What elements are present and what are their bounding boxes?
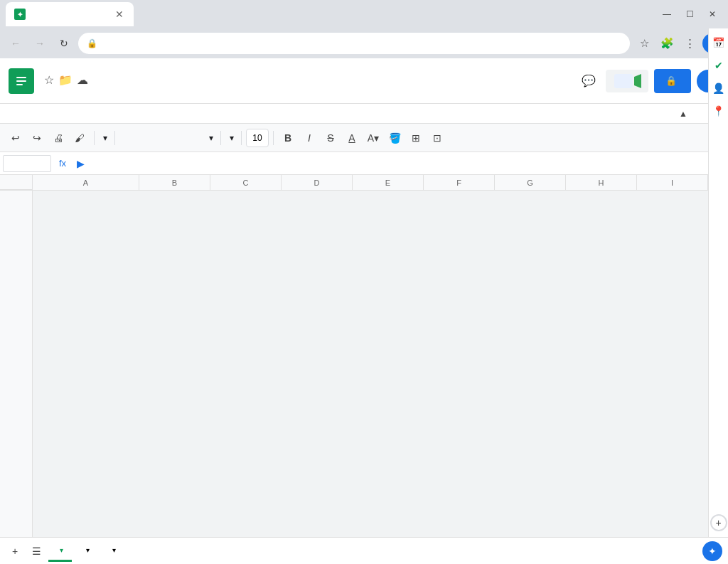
col-header-c[interactable]: C (210, 175, 282, 190)
svg-rect-3 (16, 84, 23, 85)
sidebar-tasks-icon[interactable]: ✔ (710, 57, 727, 74)
header-actions: 💬 🔒 (577, 69, 719, 93)
merge-button[interactable]: ⊡ (427, 128, 447, 148)
more-button[interactable]: ⋮ (680, 33, 700, 53)
italic-button[interactable]: I (299, 128, 319, 148)
menu-extensions[interactable] (129, 111, 141, 117)
decimal-increase-button[interactable] (183, 128, 203, 148)
url-bar[interactable]: 🔒 (78, 33, 630, 54)
sheet-tab-master[interactable]: ▾ (48, 541, 72, 562)
sheets-logo (9, 68, 34, 94)
grid-body (0, 191, 728, 537)
formula-help-icon[interactable]: fx (54, 155, 71, 172)
sidebar-contacts-icon[interactable]: 👤 (710, 80, 727, 97)
extensions-button[interactable]: 🧩 (657, 33, 677, 53)
sidebar-maps-icon[interactable]: 📍 (710, 102, 727, 119)
svg-rect-2 (16, 80, 26, 82)
menu-insert[interactable] (78, 111, 90, 117)
menu-file[interactable] (40, 111, 51, 117)
col-header-a[interactable]: A (33, 175, 139, 190)
separator-3 (220, 131, 221, 145)
menu-tools[interactable] (117, 111, 128, 117)
meet-icon (613, 72, 641, 90)
col-header-f[interactable]: F (424, 175, 495, 190)
lock-share-icon: 🔒 (665, 75, 677, 86)
format-chevron: ▾ (209, 133, 213, 143)
comment-button[interactable]: 💬 (577, 70, 600, 92)
sheet-list-button[interactable]: ☰ (27, 542, 46, 560)
separator-4 (241, 131, 242, 145)
menu-format[interactable] (91, 111, 102, 117)
separator-1 (94, 131, 95, 145)
forward-button[interactable]: → (30, 33, 50, 53)
currency-button[interactable] (119, 128, 139, 148)
meet-button[interactable] (606, 70, 648, 92)
col-header-b[interactable]: B (139, 175, 210, 190)
active-tab[interactable]: ✦ ✕ (6, 2, 134, 26)
master-sheet-chevron: ▾ (60, 546, 63, 554)
decimal-decrease-button[interactable] (162, 128, 182, 148)
tab-close-button[interactable]: ✕ (114, 7, 125, 21)
grid-cells (33, 191, 728, 537)
svg-rect-4 (614, 74, 633, 88)
share-button[interactable]: 🔒 (654, 69, 691, 93)
menu-edit[interactable] (53, 111, 64, 117)
formula-bar: fx ▶ (0, 152, 728, 175)
right-sidebar: 📅 ✔ 👤 📍 + (708, 28, 728, 537)
sheet-tab-2022[interactable]: ▾ (75, 541, 98, 562)
star-icon[interactable]: ☆ (44, 73, 54, 87)
2023-sheet-chevron: ▾ (112, 546, 116, 554)
formula-expand-icon[interactable]: ▶ (77, 158, 85, 169)
select-all-button[interactable] (0, 175, 33, 190)
sheet-tab-2023[interactable]: ▾ (101, 541, 124, 562)
redo-button[interactable]: ↪ (27, 128, 47, 148)
menu-view[interactable] (65, 111, 77, 117)
fill-color-button[interactable]: 🪣 (385, 128, 405, 148)
font-dropdown[interactable]: ▾ (225, 129, 237, 147)
sheets-logo-icon (14, 73, 29, 89)
row-numbers (0, 191, 33, 537)
separator-5 (273, 131, 274, 145)
number-format-dropdown[interactable]: ▾ (205, 129, 216, 147)
add-sheet-button[interactable]: + (6, 542, 24, 560)
col-header-i[interactable]: I (637, 175, 708, 190)
more-formats-button[interactable] (449, 128, 469, 148)
address-bar: ← → ↻ 🔒 ☆ 🧩 ⋮ (0, 28, 728, 58)
separator-2 (114, 131, 115, 145)
undo-button[interactable]: ↩ (6, 128, 26, 148)
col-header-h[interactable]: H (566, 175, 637, 190)
svg-rect-1 (16, 77, 26, 78)
zoom-dropdown[interactable]: ▾ (99, 129, 110, 147)
bookmark-button[interactable]: ☆ (634, 33, 654, 53)
bold-button[interactable]: B (278, 128, 298, 148)
maximize-button[interactable]: ☐ (680, 4, 700, 24)
menu-data[interactable] (104, 111, 115, 117)
col-header-g[interactable]: G (495, 175, 566, 190)
sidebar-add-button[interactable]: + (710, 514, 727, 531)
reload-button[interactable]: ↻ (54, 33, 74, 53)
back-button[interactable]: ← (6, 33, 26, 53)
collapse-icon[interactable]: ▲ (678, 109, 688, 119)
text-color-button[interactable]: A▾ (363, 128, 383, 148)
menu-bar: ▲ (0, 104, 728, 124)
close-button[interactable]: ✕ (702, 4, 722, 24)
underline-button[interactable]: A (342, 128, 362, 148)
menu-help[interactable] (142, 111, 154, 117)
col-header-e[interactable]: E (353, 175, 424, 190)
cell-reference-box[interactable] (3, 155, 51, 172)
print-button[interactable]: 🖨 (48, 128, 68, 148)
font-size-input[interactable] (246, 129, 269, 147)
sheets-header: ☆ 📁 ☁ 💬 🔒 (0, 58, 728, 104)
percent-button[interactable] (141, 128, 161, 148)
col-header-d[interactable]: D (282, 175, 353, 190)
explore-button[interactable]: ✦ (702, 541, 722, 561)
cloud-icon[interactable]: ☁ (77, 73, 88, 87)
minimize-button[interactable]: — (657, 4, 677, 24)
sidebar-calendar-icon[interactable]: 📅 (710, 34, 727, 51)
new-tab-button[interactable] (135, 6, 155, 26)
strikethrough-button[interactable]: S (321, 128, 341, 148)
toolbar: ↩ ↪ 🖨 🖌 ▾ ▾ ▾ B I S A A▾ 🪣 ⊞ ⊡ (0, 124, 728, 152)
paint-format-button[interactable]: 🖌 (70, 128, 90, 148)
borders-button[interactable]: ⊞ (406, 128, 426, 148)
folder-icon[interactable]: 📁 (58, 73, 73, 87)
